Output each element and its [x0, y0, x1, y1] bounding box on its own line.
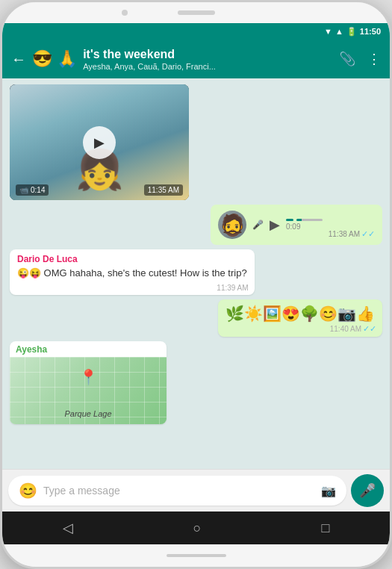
map-pin: 📍 — [79, 368, 98, 386]
back-button[interactable]: ← — [11, 51, 26, 68]
video-bubble[interactable]: 👧 ▶ 📹 0:14 11:35 AM — [10, 84, 189, 200]
chat-area: 👧 ▶ 📹 0:14 11:35 AM 🧔 — [2, 78, 390, 469]
waveform-line — [296, 219, 323, 221]
video-play-button[interactable]: ▶ — [83, 126, 116, 159]
mic-button[interactable]: 🎤 — [351, 474, 384, 507]
voice-message: 🧔 🎤 ▶ 0:09 11:38 AM ✓✓ — [211, 205, 382, 245]
status-icons: ▼ ▲ 🔋 11:50 — [324, 27, 381, 37]
voice-timestamp: 11:38 AM ✓✓ — [329, 229, 375, 239]
location-map: 📍 Parque Lage — [10, 357, 167, 424]
signal-icon: ▲ — [335, 27, 343, 36]
recent-nav-button[interactable]: □ — [322, 520, 330, 536]
emoji-timestamp: 11:40 AM ✓✓ — [330, 324, 376, 334]
input-bar: 😊 Type a message 📷 🎤 — [2, 469, 390, 512]
phone-top-bar — [2, 2, 390, 23]
video-duration: 0:14 — [31, 186, 45, 194]
emoji-message: 🌿☀️🖼️😍🌳😊📷👍 11:40 AM ✓✓ — [218, 299, 382, 337]
bottom-nav: ◁ ○ □ — [2, 512, 390, 544]
phone-bottom-bar — [2, 544, 390, 567]
map-label: Parque Lage — [65, 409, 112, 418]
video-placeholder: 👧 ▶ — [10, 84, 189, 200]
emoji-row: 🌿☀️🖼️😍🌳😊📷👍 — [225, 304, 375, 323]
battery-icon: 🔋 — [346, 27, 357, 37]
message-input[interactable]: Type a message — [43, 485, 315, 497]
video-meta: 📹 0:14 11:35 AM — [16, 184, 183, 196]
emoji-bubble: 🌿☀️🖼️😍🌳😊📷👍 11:40 AM ✓✓ — [218, 299, 382, 337]
location-sender: Ayesha — [10, 341, 167, 355]
location-bubble[interactable]: Ayesha 📍 Parque Lage — [10, 341, 167, 424]
video-timestamp: 11:35 AM — [144, 184, 183, 196]
dario-message: Dario De Luca 😜😝 OMG hahaha, she's the c… — [10, 249, 255, 295]
sender-name: Dario De Luca — [17, 254, 247, 264]
clock: 11:50 — [360, 27, 381, 36]
voice-bubble: 🧔 🎤 ▶ 0:09 11:38 AM ✓✓ — [211, 205, 382, 245]
waveform — [286, 219, 323, 221]
camera-button[interactable]: 📷 — [321, 484, 336, 498]
chat-title: it's the weekend — [83, 48, 333, 61]
group-emoji: 😎 🙏 — [32, 49, 77, 69]
phone-frame: ▼ ▲ 🔋 11:50 ← 😎 🙏 it's the weekend Ayesh… — [0, 0, 392, 569]
status-bar: ▼ ▲ 🔋 11:50 — [2, 23, 390, 40]
message-text: 😜😝 OMG hahaha, she's the cutest! How is … — [17, 267, 247, 280]
phone-camera — [122, 10, 128, 16]
phone-speaker — [178, 10, 215, 15]
chat-header-info: it's the weekend Ayesha, Anya, Cauã, Dar… — [83, 48, 333, 71]
attachment-icon[interactable]: 📎 — [339, 51, 355, 67]
double-check-icon: ✓✓ — [361, 229, 375, 239]
home-indicator — [167, 554, 226, 557]
home-nav-button[interactable]: ○ — [193, 520, 202, 536]
back-nav-button[interactable]: ◁ — [63, 520, 73, 536]
chat-header: ← 😎 🙏 it's the weekend Ayesha, Anya, Cau… — [2, 40, 390, 78]
voice-duration: 0:09 — [286, 223, 323, 231]
voice-play-button[interactable]: ▶ — [270, 217, 280, 233]
text-bubble-incoming: Dario De Luca 😜😝 OMG hahaha, she's the c… — [10, 249, 255, 295]
phone-screen: ▼ ▲ 🔋 11:50 ← 😎 🙏 it's the weekend Ayesh… — [2, 23, 390, 544]
avatar: 🧔 — [218, 211, 246, 239]
mic-small-icon: 🎤 — [252, 220, 264, 230]
location-message: Ayesha 📍 Parque Lage — [10, 341, 167, 424]
video-message: 👧 ▶ 📹 0:14 11:35 AM — [10, 84, 189, 200]
more-options-icon[interactable]: ⋮ — [367, 51, 381, 67]
input-field[interactable]: 😊 Type a message 📷 — [8, 476, 346, 506]
mic-icon: 🎤 — [359, 482, 376, 499]
wifi-icon: ▼ — [324, 27, 332, 36]
emoji-button[interactable]: 😊 — [19, 482, 37, 500]
video-cam-icon: 📹 0:14 — [16, 184, 49, 196]
chat-subtitle: Ayesha, Anya, Cauã, Dario, Franci... — [83, 62, 333, 71]
message-timestamp: 11:39 AM — [217, 284, 248, 292]
header-icons: 📎 ⋮ — [339, 51, 381, 67]
voice-waveform: 0:09 — [286, 219, 323, 231]
double-check-icon-2: ✓✓ — [363, 324, 376, 334]
